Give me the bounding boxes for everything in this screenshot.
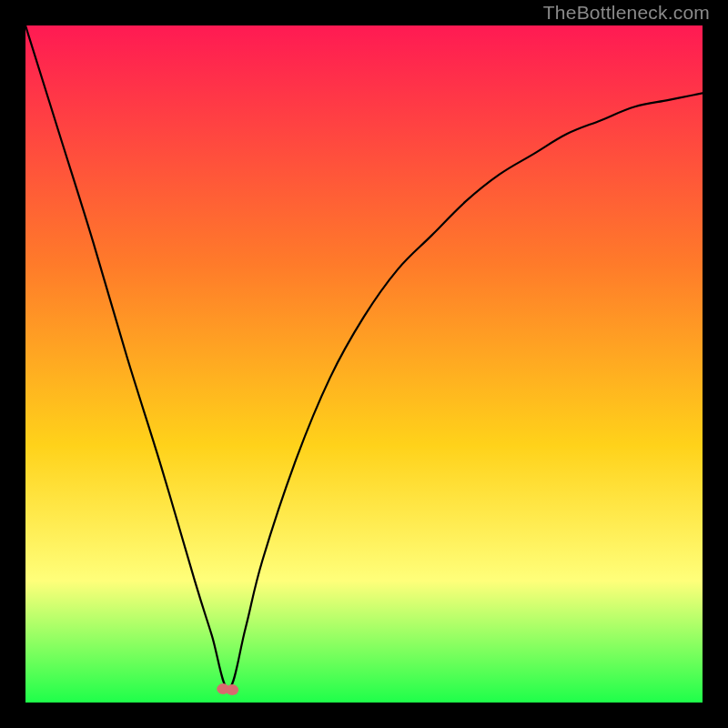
svg-point-1 — [226, 684, 238, 695]
chart-background-gradient — [25, 25, 703, 703]
plot-area — [25, 25, 703, 703]
chart-svg — [25, 25, 703, 703]
attribution-text: TheBottleneck.com — [543, 2, 710, 24]
chart-frame: TheBottleneck.com — [0, 0, 728, 728]
optimum-marker — [217, 683, 238, 695]
